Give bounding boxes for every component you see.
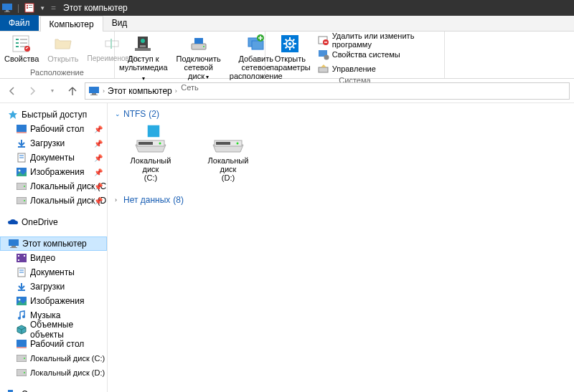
svg-point-75: [19, 299, 21, 301]
group-header-nodata[interactable]: › Нет данных (8): [115, 195, 567, 205]
manage-icon: [318, 63, 329, 75]
system-properties-button[interactable]: Свойства системы: [315, 47, 444, 62]
properties-button[interactable]: Свойства: [0, 33, 43, 63]
breadcrumb[interactable]: › Этот компьютер ›: [85, 82, 570, 100]
tab-view[interactable]: Вид: [103, 15, 136, 31]
properties-qat-icon[interactable]: [24, 2, 35, 14]
folder-open-icon: [52, 33, 75, 54]
svg-rect-67: [18, 255, 19, 257]
drive-icon: [16, 181, 27, 192]
media-access-button[interactable]: Доступ кмультимедиа ▾: [115, 33, 172, 83]
svg-rect-66: [17, 254, 27, 262]
up-button[interactable]: [65, 83, 80, 99]
svg-rect-48: [89, 87, 99, 93]
svg-rect-51: [17, 125, 27, 132]
uninstall-programs-button[interactable]: Удалить или изменить программу: [315, 33, 444, 47]
group-header-ntfs[interactable]: ⌄ NTFS (2): [115, 109, 567, 119]
sidebar-item-3d-objects[interactable]: Объемные объекты: [0, 322, 107, 337]
download-icon: [16, 281, 27, 292]
svg-point-46: [324, 55, 329, 60]
sidebar-item-local-d-pinned[interactable]: Локальный диск (D📌: [0, 193, 107, 208]
sidebar-item-desktop-pc[interactable]: Рабочий стол: [0, 337, 107, 351]
sidebar-item-documents[interactable]: Документы📌: [0, 150, 107, 165]
this-pc-icon: [88, 85, 100, 97]
sidebar-item-local-c[interactable]: Локальный диск (C:): [0, 351, 107, 365]
svg-rect-27: [252, 41, 263, 49]
download-icon: [16, 138, 27, 149]
sidebar-item-local-d[interactable]: Локальный диск (D:): [0, 365, 107, 380]
pin-icon: 📌: [94, 168, 103, 176]
svg-rect-0: [2, 4, 12, 10]
sidebar-item-desktop[interactable]: Рабочий стол📌: [0, 122, 107, 136]
sidebar-this-pc[interactable]: Этот компьютер: [0, 236, 107, 251]
svg-rect-4: [27, 5, 28, 6]
drive-c[interactable]: Локальный диск(C:): [125, 123, 177, 182]
map-network-drive-button[interactable]: Подключитьсетевой диск ▾: [172, 33, 225, 83]
svg-rect-89: [147, 125, 154, 131]
navigation-pane[interactable]: Быстрый доступ Рабочий стол📌 Загрузки📌 Д…: [0, 103, 108, 392]
sidebar-onedrive[interactable]: OneDrive: [0, 215, 107, 229]
svg-rect-69: [24, 255, 25, 257]
tab-file[interactable]: Файл: [0, 15, 39, 31]
svg-point-96: [159, 143, 161, 145]
svg-rect-21: [140, 45, 146, 47]
open-settings-button[interactable]: Открытьпараметры: [265, 33, 315, 76]
sidebar-network[interactable]: Сеть: [0, 387, 107, 392]
group-name: Нет данных: [123, 195, 170, 205]
quick-access-group: Быстрый доступ Рабочий стол📌 Загрузки📌 Д…: [0, 107, 107, 208]
sidebar-item-pictures[interactable]: Изображения📌: [0, 165, 107, 179]
svg-rect-5: [27, 7, 28, 9]
separator: |: [17, 3, 19, 13]
sidebar-item-videos[interactable]: Видео: [0, 251, 107, 265]
open-params-label: Открытьпараметры: [270, 54, 311, 72]
window-title: Этот компьютер: [63, 3, 128, 13]
forward-button[interactable]: [24, 83, 40, 99]
monitor-icon: [8, 238, 19, 249]
document-icon: [16, 152, 27, 163]
ribbon-tabs: Файл Компьютер Вид: [0, 16, 574, 32]
network-drive-icon: [187, 33, 210, 54]
sidebar-item-local-c-pinned[interactable]: Локальный диск (C📌: [0, 179, 107, 193]
drive-label: Локальный диск(C:): [125, 156, 177, 182]
ribbon-group-system: Открытьпараметры Удалить или изменить пр…: [265, 32, 445, 78]
svg-rect-78: [17, 340, 27, 347]
group-count: (8): [173, 195, 184, 205]
recent-dropdown[interactable]: ▾: [44, 83, 60, 99]
sysprops-label: Свойства системы: [332, 50, 400, 59]
breadcrumb-item[interactable]: Этот компьютер: [108, 86, 172, 96]
system-small-buttons: Удалить или изменить программу Свойства …: [315, 33, 444, 76]
content-pane[interactable]: ⌄ NTFS (2) Локальный диск(C:): [108, 103, 574, 392]
svg-rect-95: [138, 142, 153, 145]
sidebar-item-downloads-pc[interactable]: Загрузки: [0, 279, 107, 294]
qat-dropdown-icon[interactable]: ▼: [39, 5, 45, 11]
chevron-right-icon[interactable]: ›: [103, 87, 105, 95]
pin-icon: 📌: [94, 183, 103, 191]
sidebar-item-documents-pc[interactable]: Документы: [0, 265, 107, 279]
manage-label: Управление: [332, 64, 376, 73]
svg-rect-50: [90, 95, 98, 95]
chevron-right-icon[interactable]: ›: [175, 87, 177, 95]
this-pc-group: Этот компьютер Видео Документы Загрузки …: [0, 236, 107, 380]
svg-point-83: [24, 372, 25, 373]
back-button[interactable]: [4, 83, 20, 99]
monitor-icon: [1, 2, 13, 14]
cloud-icon: [7, 216, 19, 228]
svg-rect-22: [135, 48, 151, 51]
svg-rect-79: [17, 347, 27, 348]
pin-icon: 📌: [94, 125, 103, 133]
manage-button[interactable]: Управление: [315, 62, 444, 76]
gear-icon: [278, 33, 301, 54]
title-bar: | ▼ = Этот компьютер: [0, 0, 574, 16]
sidebar-item-pictures-pc[interactable]: Изображения: [0, 294, 107, 308]
drive-d[interactable]: Локальный диск(D:): [202, 123, 254, 182]
sidebar-quick-access[interactable]: Быстрый доступ: [0, 107, 107, 122]
svg-rect-68: [18, 259, 19, 261]
group-name: NTFS: [123, 109, 146, 119]
svg-point-77: [22, 315, 25, 318]
tab-computer[interactable]: Компьютер: [40, 16, 103, 32]
sidebar-item-downloads[interactable]: Загрузки📌: [0, 136, 107, 150]
svg-point-99: [237, 143, 239, 145]
svg-point-20: [141, 39, 145, 43]
ribbon-group-network: Доступ кмультимедиа ▾ Подключитьсетевой …: [115, 32, 265, 78]
svg-point-76: [18, 317, 21, 320]
